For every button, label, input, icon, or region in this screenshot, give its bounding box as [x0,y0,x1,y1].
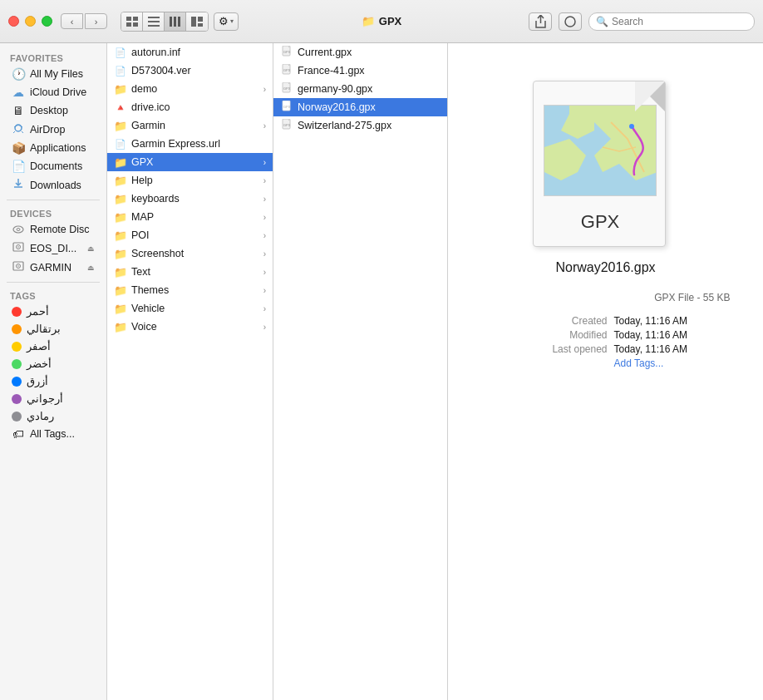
sidebar-item-applications[interactable]: 📦 Applications [3,139,103,157]
list-item[interactable]: 📁 Themes › [107,281,273,299]
gear-icon: ⚙ [219,15,229,27]
sidebar-item-garmin[interactable]: GARMIN ⏏ [3,258,103,277]
eject-icon-eos[interactable]: ⏏ [87,244,95,253]
sidebar-item-eos-disk[interactable]: EOS_DI... ⏏ [3,239,103,258]
list-item[interactable]: 🔺 drive.ico [107,98,273,116]
sidebar-item-desktop[interactable]: 🖥 Desktop [3,101,103,120]
list-item[interactable]: 📁 Garmin › [107,116,273,135]
search-bar[interactable]: 🔍 [588,12,755,31]
folder-icon: 📁 [114,156,127,169]
list-item[interactable]: 📁 keyboards › [107,190,273,208]
search-input[interactable] [612,16,747,27]
meta-row-last-opened: Last opened Today, 11:16 AM [481,343,731,355]
list-item[interactable]: GPX France-41.gpx [273,62,447,80]
sidebar-item-all-tags[interactable]: 🏷 All Tags... [3,425,103,443]
svg-rect-2 [126,22,131,27]
back-button[interactable]: ‹ [61,13,83,29]
tag-yellow-dot [12,342,22,352]
main-content: Favorites 🕐 All My Files ☁ iCloud Drive … [0,43,763,700]
fullscreen-button[interactable] [42,16,52,27]
list-item[interactable]: 📁 Screenshot › [107,244,273,263]
tag-green-dot [12,359,22,369]
list-item[interactable]: 📁 Help › [107,171,273,190]
column-view-button[interactable] [165,12,186,31]
list-item[interactable]: 📄 autorun.inf [107,43,273,62]
sidebar-item-label: iCloud Drive [30,86,86,98]
gpx-file-icon: GPX [533,68,678,247]
forward-button[interactable]: › [85,13,107,29]
svg-rect-3 [133,22,138,27]
sidebar-item-tag-blue[interactable]: أزرق [3,372,103,390]
gear-dropdown-arrow: ▾ [230,17,234,25]
list-item[interactable]: GPX Norway2016.gpx [273,98,447,116]
svg-point-17 [17,229,20,231]
toolbar-left: ⚙ ▾ [121,12,239,32]
file-type-value: GPX File - 55 KB [614,292,731,303]
list-item[interactable]: 📁 Voice › [107,318,273,336]
file-name: Current.gpx [298,47,441,58]
svg-rect-7 [170,17,172,27]
folder-icon: 📁 [114,303,127,315]
column-pane-2: GPX Current.gpx GPX France-41.gpx GPX ge… [273,43,448,700]
list-item[interactable]: 📁 Vehicle › [107,299,273,318]
sidebar-item-documents[interactable]: 📄 Documents [3,157,103,175]
sidebar-item-tag-yellow[interactable]: أصفر [3,338,103,355]
share-button[interactable] [529,12,552,31]
file-icon: 📄 [114,139,127,150]
tag-button[interactable] [559,12,582,31]
sidebar-item-icloud-drive[interactable]: ☁ iCloud Drive [3,83,103,101]
list-item[interactable]: GPX Switzerland-275.gpx [273,116,447,135]
sidebar-item-tag-gray[interactable]: رمادي [3,407,103,425]
svg-rect-9 [178,17,180,27]
list-item[interactable]: 📄 D573004.ver [107,62,273,80]
chevron-right-icon: › [263,268,266,277]
list-item[interactable]: 📁 Text › [107,263,273,281]
tag-label: أصفر [27,340,51,352]
fold-corner [635,81,665,111]
svg-rect-12 [198,23,200,27]
icon-view-button[interactable] [121,12,143,31]
sidebar-item-tag-green[interactable]: أخضر [3,355,103,372]
gallery-view-button[interactable] [186,12,208,31]
close-button[interactable] [8,16,19,27]
file-name: MAP [131,211,259,223]
minimize-button[interactable] [25,16,36,27]
file-name: Norway2016.gpx [298,101,441,113]
sidebar-item-label: All My Files [30,68,83,80]
sidebar-item-tag-purple[interactable]: أرجواني [3,390,103,407]
column-pane-1: 📄 autorun.inf 📄 D573004.ver 📁 demo › 🔺 d… [107,43,273,700]
svg-rect-11 [198,17,203,22]
sidebar-item-downloads[interactable]: Downloads [3,175,103,195]
tag-label: أرجواني [27,392,63,405]
list-view-button[interactable] [143,12,165,31]
sidebar-item-tag-orange[interactable]: برتقالي [3,320,103,338]
file-icon: 📄 [114,66,127,76]
sidebar-item-airdrop[interactable]: AirDrop [3,120,103,139]
svg-point-23 [17,265,19,267]
chevron-right-icon: › [263,213,266,222]
meta-row-filetype: GPX File - 55 KB [481,292,731,303]
list-item[interactable]: 📁 POI › [107,226,273,244]
sidebar-item-label: Downloads [30,180,81,191]
chevron-right-icon: › [263,85,266,94]
list-item[interactable]: 📁 demo › [107,80,273,98]
chevron-right-icon: › [263,176,266,185]
gear-button[interactable]: ⚙ ▾ [214,12,239,31]
chevron-right-icon: › [263,195,266,204]
sidebar-item-label: Documents [30,160,82,172]
folder-icon: 📁 [114,83,127,96]
sidebar-item-all-my-files[interactable]: 🕐 All My Files [3,65,103,83]
created-label: Created [541,315,608,327]
file-browser: 📄 autorun.inf 📄 D573004.ver 📁 demo › 🔺 d… [107,43,763,700]
list-item[interactable]: GPX germany-90.gpx [273,80,447,98]
file-name: Text [131,266,259,278]
list-item[interactable]: 📁 GPX › [107,153,273,171]
list-item[interactable]: 📁 MAP › [107,208,273,226]
sidebar-item-tag-red[interactable]: أحمر [3,303,103,320]
sidebar-item-remote-disc[interactable]: Remote Disc [3,220,103,239]
list-item[interactable]: 📄 Garmin Express.url [107,135,273,153]
chevron-right-icon: › [263,121,266,131]
list-item[interactable]: GPX Current.gpx [273,43,447,62]
eject-icon-garmin[interactable]: ⏏ [87,264,95,272]
add-tags-link[interactable]: Add Tags... [614,357,731,369]
